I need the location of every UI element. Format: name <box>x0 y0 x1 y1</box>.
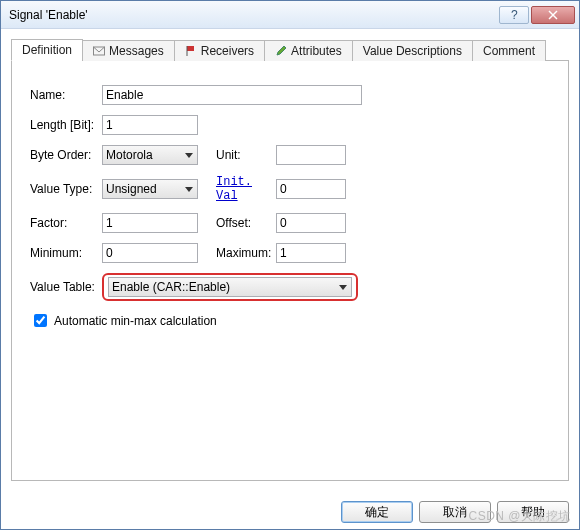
maximum-input[interactable] <box>276 243 346 263</box>
value-type-label: Value Type: <box>30 182 102 196</box>
value-type-select[interactable]: Unsigned <box>102 179 198 199</box>
flag-icon <box>185 45 197 57</box>
ok-button[interactable]: 确定 <box>341 501 413 523</box>
tab-attributes[interactable]: Attributes <box>264 40 353 61</box>
tab-value-descriptions[interactable]: Value Descriptions <box>352 40 473 61</box>
byte-order-label: Byte Order: <box>30 148 102 162</box>
window-title: Signal 'Enable' <box>9 8 499 22</box>
envelope-icon <box>93 45 105 57</box>
maximum-label: Maximum: <box>216 246 276 260</box>
svg-rect-4 <box>187 46 194 51</box>
offset-input[interactable] <box>276 213 346 233</box>
unit-input[interactable] <box>276 145 346 165</box>
byte-order-select[interactable]: Motorola <box>102 145 198 165</box>
svg-marker-6 <box>277 46 286 55</box>
tab-messages[interactable]: Messages <box>82 40 175 61</box>
titlebar: Signal 'Enable' ? <box>1 1 579 29</box>
client-area: Definition Messages Receivers Attributes… <box>1 29 579 529</box>
name-input[interactable] <box>102 85 362 105</box>
value-table-label: Value Table: <box>30 280 102 294</box>
factor-input[interactable] <box>102 213 198 233</box>
tab-comment[interactable]: Comment <box>472 40 546 61</box>
pencil-icon <box>275 45 287 57</box>
help-button-icon[interactable]: ? <box>499 6 529 24</box>
auto-minmax-label: Automatic min-max calculation <box>54 314 217 328</box>
value-table-select[interactable]: Enable (CAR::Enable) <box>108 277 352 297</box>
offset-label: Offset: <box>216 216 276 230</box>
name-label: Name: <box>30 88 102 102</box>
unit-label: Unit: <box>216 148 276 162</box>
svg-text:?: ? <box>511 10 518 20</box>
minimum-input[interactable] <box>102 243 198 263</box>
close-button[interactable] <box>531 6 575 24</box>
tab-definition[interactable]: Definition <box>11 39 83 61</box>
value-table-highlight: Enable (CAR::Enable) <box>102 273 358 301</box>
dialog-window: Signal 'Enable' ? Definition Messages Re… <box>0 0 580 530</box>
minimum-label: Minimum: <box>30 246 102 260</box>
window-controls: ? <box>499 6 575 24</box>
length-input[interactable] <box>102 115 198 135</box>
tab-panel-definition: Name: Length [Bit]: Byte Order: Motorola… <box>11 61 569 481</box>
tab-strip: Definition Messages Receivers Attributes… <box>11 37 569 61</box>
init-val-input[interactable] <box>276 179 346 199</box>
length-label: Length [Bit]: <box>30 118 102 132</box>
auto-minmax-checkbox[interactable] <box>34 314 47 327</box>
factor-label: Factor: <box>30 216 102 230</box>
init-val-link[interactable]: Init. Val <box>216 175 276 203</box>
watermark: CSDN @大陈挖坑 <box>468 508 571 525</box>
tab-receivers[interactable]: Receivers <box>174 40 265 61</box>
